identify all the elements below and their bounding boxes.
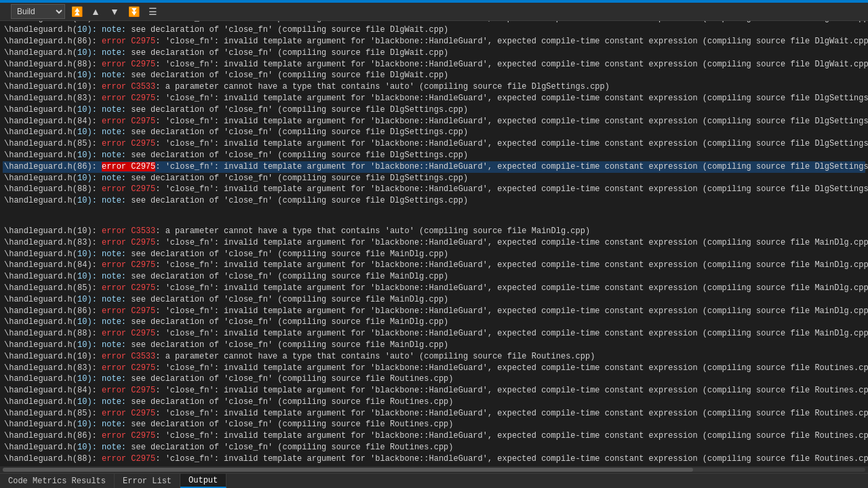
output-line: \handleguard.h(88): error C2975: 'close_… bbox=[3, 453, 865, 465]
output-line: \handleguard.h(10): note: see declaratio… bbox=[3, 24, 865, 36]
scroll-bottom-btn[interactable]: ⏬ bbox=[126, 4, 141, 19]
output-line: \handleguard.h(88): error C2975: 'close_… bbox=[3, 328, 865, 340]
output-line: \handleguard.h(10): note: see declaratio… bbox=[3, 373, 865, 385]
output-line: \handleguard.h(10): note: see declaratio… bbox=[3, 127, 865, 138]
output-line: \handleguard.h(10): note: see declaratio… bbox=[3, 104, 865, 116]
show-output-dropdown[interactable]: Build bbox=[11, 4, 65, 19]
output-line: \handleguard.h(10): error C3533: a param… bbox=[3, 81, 865, 93]
output-line: \handleguard.h(10): note: see declaratio… bbox=[3, 249, 865, 260]
bottom-tab-bar: Code Metrics ResultsError ListOutput bbox=[0, 473, 868, 488]
output-line: \handleguard.h(10): error C3533: a param… bbox=[3, 226, 865, 237]
output-line: \handleguard.h(83): error C2975: 'close_… bbox=[3, 93, 865, 104]
output-line: \handleguard.h(86): error C2975: 'close_… bbox=[3, 161, 865, 173]
output-line bbox=[3, 216, 865, 226]
bottom-tab-error-list[interactable]: Error List bbox=[115, 474, 180, 488]
toolbar: Build ⏫ ▲ ▼ ⏬ ☰ bbox=[0, 3, 868, 21]
output-line: \handleguard.h(86): error C2975: 'close_… bbox=[3, 430, 865, 442]
output-line: \handleguard.h(85): error C2975: 'close_… bbox=[3, 138, 865, 150]
output-line: \handleguard.h(10): note: see declaratio… bbox=[3, 294, 865, 306]
output-line: \handleguard.h(10): note: see declaratio… bbox=[3, 396, 865, 408]
bottom-tab-output[interactable]: Output bbox=[180, 474, 226, 488]
clear-btn[interactable]: ☰ bbox=[145, 4, 160, 19]
output-line: \handleguard.h(83): error C2975: 'close_… bbox=[3, 237, 865, 249]
output-line: \handleguard.h(10): note: see declaratio… bbox=[3, 340, 865, 351]
output-line: \handleguard.h(88): error C2975: 'close_… bbox=[3, 184, 865, 195]
output-line: \handleguard.h(84): error C2975: 'close_… bbox=[3, 385, 865, 396]
horizontal-scrollbar[interactable] bbox=[3, 468, 865, 472]
output-line: \handleguard.h(10): note: see declaratio… bbox=[3, 150, 865, 161]
output-line: \handleguard.h(86): error C2975: 'close_… bbox=[3, 36, 865, 47]
output-line: \handleguard.h(86): error C2975: 'close_… bbox=[3, 306, 865, 317]
output-line: \handleguard.h(10): note: see declaratio… bbox=[3, 442, 865, 453]
bottom-tab-code-metrics-results[interactable]: Code Metrics Results bbox=[0, 474, 115, 488]
output-line: \handleguard.h(10): note: see declaratio… bbox=[3, 70, 865, 81]
output-line bbox=[3, 207, 865, 216]
horizontal-scrollbar-area bbox=[0, 466, 868, 473]
scroll-top-btn[interactable]: ⏫ bbox=[69, 4, 84, 19]
output-line: \handleguard.h(10): error C3533: a param… bbox=[3, 351, 865, 363]
scrollbar-thumb bbox=[3, 468, 693, 472]
output-line: \handleguard.h(85): error C2975: 'close_… bbox=[3, 408, 865, 420]
scroll-up-btn[interactable]: ▲ bbox=[88, 4, 103, 19]
output-line: \handleguard.h(84): error C2975: 'close_… bbox=[3, 116, 865, 127]
output-line: \handleguard.h(10): note: see declaratio… bbox=[3, 195, 865, 207]
output-line: \handleguard.h(85): error C2975: 'close_… bbox=[3, 283, 865, 294]
output-area[interactable]: \handleguard.h(10): note: see declaratio… bbox=[0, 21, 868, 466]
output-line: \handleguard.h(10): note: see declaratio… bbox=[3, 419, 865, 430]
output-line: \handleguard.h(88): error C2975: 'close_… bbox=[3, 59, 865, 70]
scroll-down-btn[interactable]: ▼ bbox=[107, 4, 122, 19]
output-line: \handleguard.h(84): error C2975: 'close_… bbox=[3, 260, 865, 271]
output-line: \handleguard.h(10): note: see declaratio… bbox=[3, 317, 865, 328]
output-line: \handleguard.h(10): note: see declaratio… bbox=[3, 47, 865, 59]
output-line: \handleguard.h(10): note: see declaratio… bbox=[3, 173, 865, 184]
output-line: \handleguard.h(83): error C2975: 'close_… bbox=[3, 363, 865, 374]
output-line: \handleguard.h(10): note: see declaratio… bbox=[3, 271, 865, 283]
